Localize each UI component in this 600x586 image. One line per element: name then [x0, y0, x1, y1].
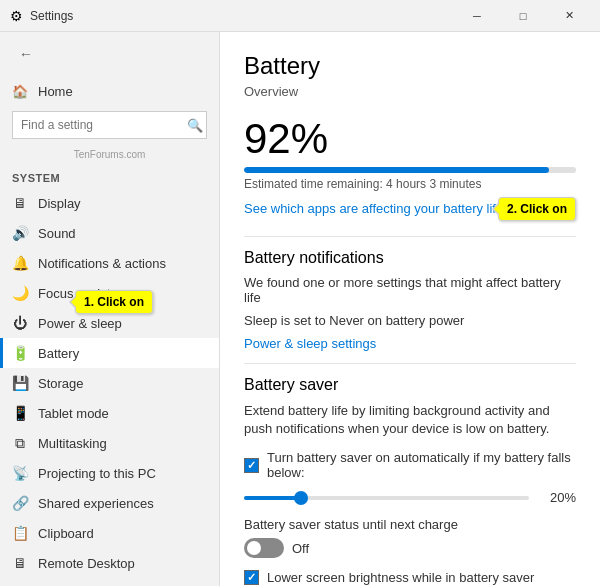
battery-progress-bar [244, 167, 576, 173]
shared-icon: 🔗 [12, 495, 28, 511]
multitasking-label: Multitasking [38, 436, 107, 451]
battery-slider-fill [244, 496, 301, 500]
battery-progress-fill [244, 167, 549, 173]
system-section-header: System [0, 166, 219, 188]
notifications-label: Notifications & actions [38, 256, 166, 271]
overview-label: Overview [244, 84, 576, 99]
display-label: Display [38, 196, 81, 211]
notifications-icon: 🔔 [12, 255, 28, 271]
battery-saver-toggle[interactable] [244, 538, 284, 558]
title-bar-title: Settings [30, 9, 454, 23]
minimize-button[interactable]: ─ [454, 0, 500, 32]
toggle-label: Off [292, 541, 309, 556]
sidebar-item-notifications[interactable]: 🔔 Notifications & actions [0, 248, 219, 278]
divider-1 [244, 236, 576, 237]
home-icon: 🏠 [12, 84, 28, 99]
page-title: Battery [244, 52, 576, 80]
sidebar-item-display[interactable]: 🖥 Display [0, 188, 219, 218]
settings-icon: ⚙ [8, 8, 24, 24]
checkbox-check-icon: ✓ [247, 459, 256, 472]
battery-saver-checkbox[interactable]: ✓ [244, 458, 259, 473]
power-icon: ⏻ [12, 315, 28, 331]
power-settings-link[interactable]: Power & sleep settings [244, 336, 376, 351]
tablet-label: Tablet mode [38, 406, 109, 421]
toggle-thumb [247, 541, 261, 555]
brightness-checkbox-label: Lower screen brightness while in battery… [267, 570, 534, 585]
watermark: TenForums.com [0, 147, 219, 166]
sidebar-item-battery[interactable]: 🔋 Battery [0, 338, 219, 368]
battery-saver-title: Battery saver [244, 376, 576, 394]
back-button[interactable]: ← [12, 40, 40, 68]
content-area: Battery Overview 92% Estimated time rema… [220, 32, 600, 586]
storage-label: Storage [38, 376, 84, 391]
multitasking-icon: ⧉ [12, 435, 28, 451]
projecting-label: Projecting to this PC [38, 466, 156, 481]
callout-2-bubble: 2. Click on [498, 197, 576, 221]
clipboard-label: Clipboard [38, 526, 94, 541]
tablet-icon: 📱 [12, 405, 28, 421]
toggle-status-label: Battery saver status until next charge [244, 517, 576, 532]
callout-1-bubble: 1. Click on [75, 290, 153, 314]
sound-icon: 🔊 [12, 225, 28, 241]
storage-icon: 💾 [12, 375, 28, 391]
affecting-apps-link[interactable]: See which apps are affecting your batter… [244, 201, 503, 216]
sidebar-item-storage[interactable]: 💾 Storage [0, 368, 219, 398]
estimated-time: Estimated time remaining: 4 hours 3 minu… [244, 177, 576, 191]
sound-label: Sound [38, 226, 76, 241]
slider-row: 20% [244, 490, 576, 505]
sidebar-item-sound[interactable]: 🔊 Sound [0, 218, 219, 248]
display-icon: 🖥 [12, 195, 28, 211]
sidebar-item-projecting[interactable]: 📡 Projecting to this PC [0, 458, 219, 488]
sidebar-item-tablet[interactable]: 📱 Tablet mode [0, 398, 219, 428]
remote-icon: 🖥 [12, 555, 28, 571]
battery-slider-thumb[interactable] [294, 491, 308, 505]
sleep-setting: Sleep is set to Never on battery power [244, 313, 576, 328]
projecting-icon: 📡 [12, 465, 28, 481]
battery-icon: 🔋 [12, 345, 28, 361]
search-input[interactable] [12, 111, 207, 139]
search-icon-button[interactable]: 🔍 [187, 118, 203, 133]
close-button[interactable]: ✕ [546, 0, 592, 32]
clipboard-icon: 📋 [12, 525, 28, 541]
search-box: 🔍 [12, 111, 207, 139]
slider-value: 20% [541, 490, 576, 505]
title-bar-controls: ─ □ ✕ [454, 0, 592, 32]
brightness-check-icon: ✓ [247, 571, 256, 584]
remote-label: Remote Desktop [38, 556, 135, 571]
sidebar-item-remote[interactable]: 🖥 Remote Desktop [0, 548, 219, 578]
checkbox-label: Turn battery saver on automatically if m… [267, 450, 576, 480]
sidebar-home-item[interactable]: 🏠 Home [0, 76, 219, 107]
battery-slider-track [244, 496, 529, 500]
battery-saver-desc: Extend battery life by limiting backgrou… [244, 402, 576, 438]
affecting-apps-row: See which apps are affecting your batter… [244, 201, 576, 216]
battery-notifications-title: Battery notifications [244, 249, 576, 267]
sidebar-item-clipboard[interactable]: 📋 Clipboard [0, 518, 219, 548]
battery-percent: 92% [244, 115, 576, 163]
checkbox-row: ✓ Turn battery saver on automatically if… [244, 450, 576, 480]
notif-desc: We found one or more settings that might… [244, 275, 576, 305]
sidebar-nav-top: ← [0, 32, 219, 76]
focus-icon: 🌙 [12, 285, 28, 301]
shared-label: Shared experiences [38, 496, 154, 511]
toggle-row: Off [244, 538, 576, 558]
battery-label: Battery [38, 346, 79, 361]
home-label: Home [38, 84, 73, 99]
brightness-checkbox[interactable]: ✓ [244, 570, 259, 585]
power-label: Power & sleep [38, 316, 122, 331]
sidebar-item-multitasking[interactable]: ⧉ Multitasking [0, 428, 219, 458]
maximize-button[interactable]: □ [500, 0, 546, 32]
divider-2 [244, 363, 576, 364]
sidebar-item-shared[interactable]: 🔗 Shared experiences [0, 488, 219, 518]
brightness-checkbox-row: ✓ Lower screen brightness while in batte… [244, 570, 576, 585]
title-bar: ⚙ Settings ─ □ ✕ [0, 0, 600, 32]
